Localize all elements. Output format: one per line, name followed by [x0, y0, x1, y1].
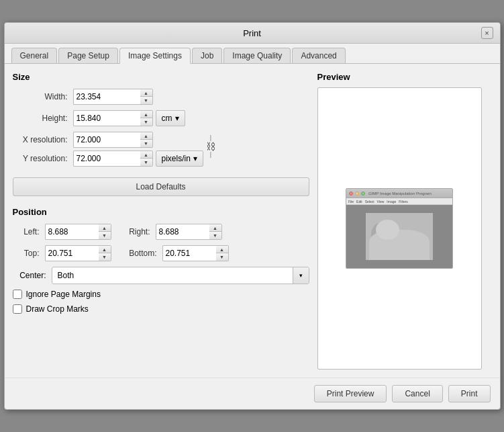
- preview-window: GIMP Image Manipulation Program File Edi…: [346, 188, 453, 269]
- load-defaults-button[interactable]: Load Defaults: [13, 177, 309, 196]
- res-unit-dropdown[interactable]: pixels/in ▾: [156, 150, 203, 167]
- top-bottom-row: Top: ▲ ▼ Bottom: ▲ ▼: [13, 245, 309, 261]
- left-label: Left:: [13, 227, 40, 236]
- top-spinner: ▲ ▼: [45, 245, 111, 261]
- chain-link-icon: | ⛓ |: [206, 134, 215, 159]
- tab-page-setup[interactable]: Page Setup: [58, 48, 118, 63]
- right-down-button[interactable]: ▼: [209, 232, 221, 239]
- position-section: Position Left: ▲ ▼ Right:: [13, 207, 309, 314]
- tab-image-settings[interactable]: Image Settings: [119, 48, 191, 64]
- height-down-button[interactable]: ▼: [140, 118, 152, 126]
- preview-window-title: GIMP Image Manipulation Program: [368, 191, 432, 196]
- close-button[interactable]: ×: [481, 27, 493, 39]
- draw-crop-checkbox[interactable]: [13, 304, 22, 314]
- left-panel: Size Width: ▲ ▼ Height: ▲: [13, 72, 309, 370]
- y-res-label: Y resolution:: [13, 154, 73, 163]
- bottom-spinner: ▲ ▼: [162, 245, 229, 261]
- unit-dropdown[interactable]: cm ▾: [156, 110, 185, 126]
- center-dropdown[interactable]: Both ▾: [52, 267, 309, 284]
- left-up-button[interactable]: ▲: [99, 224, 111, 232]
- top-up-button[interactable]: ▲: [99, 246, 111, 253]
- y-res-input[interactable]: [73, 150, 140, 167]
- tab-general[interactable]: General: [11, 48, 58, 63]
- dialog-title: Print: [23, 28, 481, 38]
- width-up-button[interactable]: ▲: [140, 89, 152, 97]
- x-res-spinner-btns: ▲ ▼: [140, 132, 153, 148]
- left-input[interactable]: [45, 224, 99, 240]
- res-unit-label: pixels/in: [162, 154, 191, 163]
- link-icon: ⛓: [206, 142, 215, 151]
- width-input[interactable]: [73, 89, 140, 105]
- ignore-margins-checkbox[interactable]: [13, 290, 22, 299]
- height-spinner: ▲ ▼: [73, 110, 153, 126]
- unit-dropdown-arrow: ▾: [175, 114, 179, 123]
- y-res-up-button[interactable]: ▲: [140, 151, 152, 159]
- minimize-dot: [355, 191, 359, 196]
- y-res-down-button[interactable]: ▼: [140, 159, 152, 166]
- title-bar: Print ×: [5, 23, 500, 44]
- bottom-input[interactable]: [162, 245, 216, 261]
- resolution-fields: X resolution: ▲ ▼ Y resolution:: [13, 132, 203, 167]
- height-spinner-btns: ▲ ▼: [140, 110, 153, 126]
- y-res-row: Y resolution: ▲ ▼ pixels/in ▾: [13, 150, 203, 167]
- x-res-down-button[interactable]: ▼: [140, 140, 152, 147]
- res-unit-dropdown-button[interactable]: pixels/in ▾: [156, 150, 203, 167]
- center-value: Both: [52, 269, 293, 282]
- print-preview-button[interactable]: Print Preview: [314, 385, 387, 402]
- draw-crop-label: Draw Crop Marks: [26, 304, 89, 314]
- preview-image: [366, 213, 433, 260]
- bottom-down-button[interactable]: ▼: [216, 253, 228, 261]
- unit-dropdown-button[interactable]: cm ▾: [156, 110, 185, 126]
- top-input[interactable]: [45, 245, 99, 261]
- height-input[interactable]: [73, 110, 140, 126]
- x-res-label: X resolution:: [13, 135, 73, 144]
- right-spinner-btns: ▲ ▼: [209, 224, 222, 240]
- width-spinner-btns: ▲ ▼: [140, 89, 153, 105]
- x-res-up-button[interactable]: ▲: [140, 132, 152, 140]
- left-down-button[interactable]: ▼: [99, 232, 111, 239]
- close-dot: [349, 191, 353, 196]
- bottom-label: Bottom:: [117, 249, 157, 258]
- cancel-button[interactable]: Cancel: [392, 385, 442, 402]
- resolution-group: X resolution: ▲ ▼ Y resolution:: [13, 132, 309, 167]
- x-res-spinner: ▲ ▼: [73, 132, 153, 148]
- y-res-spinner: ▲ ▼: [73, 150, 153, 167]
- bottom-up-button[interactable]: ▲: [216, 246, 228, 253]
- x-res-input[interactable]: [73, 132, 140, 148]
- preview-canvas: [346, 205, 452, 268]
- print-button[interactable]: Print: [448, 385, 491, 402]
- preview-title: Preview: [317, 72, 492, 82]
- right-input[interactable]: [156, 224, 209, 240]
- bottom-spinner-btns: ▲ ▼: [216, 245, 229, 261]
- footer: Print Preview Cancel Print: [5, 378, 500, 409]
- preview-box: GIMP Image Manipulation Program File Edi…: [317, 87, 482, 370]
- center-arrow-symbol: ▾: [299, 272, 303, 279]
- x-res-row: X resolution: ▲ ▼: [13, 132, 203, 148]
- preview-window-chrome: GIMP Image Manipulation Program: [346, 189, 452, 198]
- print-dialog: Print × General Page Setup Image Setting…: [4, 22, 501, 410]
- center-dropdown-arrow-icon[interactable]: ▾: [293, 267, 309, 284]
- draw-crop-row: Draw Crop Marks: [13, 304, 309, 314]
- unit-label: cm: [162, 114, 172, 123]
- width-down-button[interactable]: ▼: [140, 97, 152, 104]
- left-right-row: Left: ▲ ▼ Right: ▲ ▼: [13, 224, 309, 240]
- maximize-dot: [361, 191, 365, 196]
- tab-image-quality[interactable]: Image Quality: [223, 48, 291, 63]
- tab-bar: General Page Setup Image Settings Job Im…: [5, 44, 500, 64]
- right-label: Right:: [117, 227, 150, 236]
- left-spinner-btns: ▲ ▼: [99, 224, 111, 240]
- center-label: Center:: [13, 271, 46, 280]
- height-row: Height: ▲ ▼ cm ▾: [13, 110, 309, 126]
- position-section-title: Position: [13, 207, 309, 217]
- ignore-margins-label: Ignore Page Margins: [26, 290, 101, 299]
- top-down-button[interactable]: ▼: [99, 253, 111, 261]
- center-row: Center: Both ▾: [13, 267, 309, 284]
- height-up-button[interactable]: ▲: [140, 111, 152, 118]
- right-up-button[interactable]: ▲: [209, 224, 221, 232]
- tab-job[interactable]: Job: [192, 48, 222, 63]
- right-spinner: ▲ ▼: [156, 224, 222, 240]
- left-spinner: ▲ ▼: [45, 224, 111, 240]
- tab-advanced[interactable]: Advanced: [292, 48, 345, 63]
- size-section-title: Size: [13, 72, 309, 82]
- top-spinner-btns: ▲ ▼: [99, 245, 111, 261]
